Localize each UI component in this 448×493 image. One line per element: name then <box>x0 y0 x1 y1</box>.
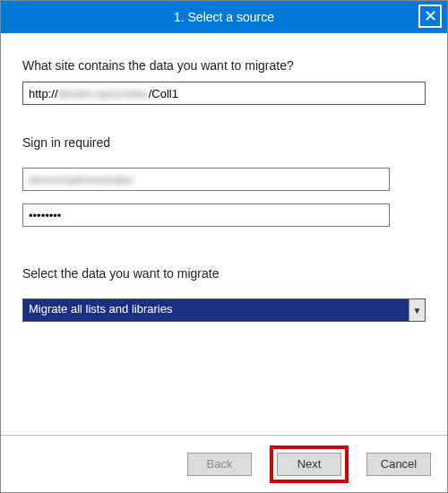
chevron-down-icon[interactable]: ▼ <box>409 299 425 321</box>
select-value: Migrate all lists and libraries <box>23 299 409 321</box>
next-button[interactable]: Next <box>277 453 341 476</box>
wizard-footer: Back Next Cancel <box>1 435 447 492</box>
wizard-body: What site contains the data you want to … <box>1 33 447 435</box>
url-prefix: http:// <box>29 87 58 100</box>
close-icon[interactable]: ✕ <box>418 4 442 28</box>
password-input[interactable] <box>22 203 390 227</box>
url-hidden-part: devdm-sps1/sites <box>58 87 149 100</box>
url-suffix: /Coll1 <box>149 87 178 100</box>
signin-label: Sign in required <box>22 135 426 150</box>
select-data-label: Select the data you want to migrate <box>22 266 426 281</box>
cancel-button[interactable]: Cancel <box>366 453 431 476</box>
migrate-scope-select[interactable]: Migrate all lists and libraries ▼ <box>22 298 426 322</box>
next-button-highlight: Next <box>270 445 349 483</box>
titlebar: 1. Select a source ✕ <box>1 1 447 33</box>
site-url-input[interactable]: http:// devdm-sps1/sites /Coll1 <box>22 82 426 105</box>
back-button[interactable]: Back <box>187 453 252 476</box>
wizard-window: 1. Select a source ✕ What site contains … <box>0 0 448 493</box>
window-title: 1. Select a source <box>1 10 447 24</box>
close-glyph: ✕ <box>424 8 437 24</box>
site-url-label: What site contains the data you want to … <box>22 58 426 73</box>
username-value: domvc\administrator <box>29 173 134 186</box>
username-input[interactable]: domvc\administrator <box>22 168 390 191</box>
